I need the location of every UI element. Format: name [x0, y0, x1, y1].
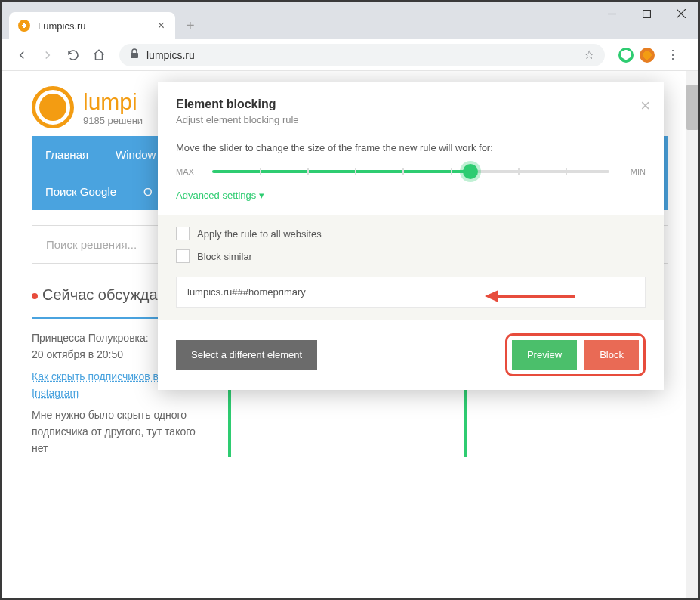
close-icon[interactable]: × — [640, 96, 650, 116]
window-controls — [594, 2, 698, 39]
modal-title: Element blocking — [176, 97, 646, 111]
advanced-settings-toggle[interactable]: Advanced settings ▾ — [176, 190, 646, 201]
back-button[interactable] — [9, 44, 35, 66]
nav-item-main[interactable]: Главная — [32, 136, 102, 173]
minimize-button[interactable] — [594, 2, 629, 26]
chevron-down-icon: ▾ — [259, 190, 264, 201]
svg-marker-9 — [485, 290, 498, 302]
new-tab-button[interactable]: + — [175, 17, 205, 39]
size-slider[interactable]: MAX MIN — [176, 167, 646, 176]
close-button[interactable] — [664, 2, 698, 26]
adguard-extension-icon[interactable] — [618, 48, 634, 63]
menu-button[interactable]: ⋮ — [661, 43, 685, 66]
checkbox[interactable] — [176, 249, 190, 263]
url-text: lumpics.ru — [146, 49, 584, 61]
highlighted-actions: Preview Block — [505, 333, 646, 376]
slider-thumb[interactable] — [463, 164, 478, 179]
scroll-thumb[interactable] — [686, 85, 698, 130]
slider-max-label: MAX — [176, 167, 202, 176]
forward-button[interactable] — [35, 44, 60, 66]
address-bar[interactable]: lumpics.ru ☆ — [119, 44, 605, 66]
scrollbar[interactable] — [686, 71, 698, 598]
slider-track[interactable] — [212, 170, 609, 173]
extensions: ⋮ — [612, 43, 691, 66]
site-logo-icon — [32, 86, 74, 128]
browser-toolbar: lumpics.ru ☆ ⋮ — [2, 39, 698, 71]
block-button[interactable]: Block — [584, 340, 639, 370]
svg-rect-0 — [643, 10, 650, 17]
site-name: lumpi — [83, 89, 143, 115]
apply-all-checkbox-row[interactable]: Apply the rule to all websites — [176, 227, 646, 240]
block-similar-checkbox-row[interactable]: Block similar — [176, 249, 646, 263]
element-blocking-modal: Element blocking Adjust element blocking… — [158, 82, 664, 390]
favicon-icon — [18, 20, 30, 32]
comment-body: Мне нужно было скрыть одного подписчика … — [32, 407, 205, 457]
nav-item-google[interactable]: Поиск Google — [32, 173, 130, 210]
checkbox[interactable] — [176, 227, 190, 240]
svg-rect-1 — [131, 53, 138, 58]
window-titlebar: Lumpics.ru × + — [2, 2, 698, 39]
red-dot-icon — [32, 293, 38, 299]
page-viewport: lumpi 9185 решени Главная Window Поиск G… — [2, 71, 698, 598]
advanced-label: Advanced settings — [176, 190, 256, 201]
reload-button[interactable] — [60, 44, 86, 66]
site-tagline: 9185 решени — [83, 115, 143, 126]
extension-icon[interactable] — [640, 48, 655, 63]
select-different-button[interactable]: Select a different element — [176, 340, 317, 370]
lock-icon — [130, 48, 139, 62]
browser-tab[interactable]: Lumpics.ru × — [9, 12, 175, 39]
modal-footer: Select a different element Preview Block — [158, 320, 664, 390]
maximize-button[interactable] — [629, 2, 664, 26]
preview-button[interactable]: Preview — [512, 340, 577, 370]
bookmark-star-icon[interactable]: ☆ — [584, 48, 594, 62]
tab-title: Lumpics.ru — [38, 20, 155, 32]
slider-min-label: MIN — [620, 167, 646, 176]
advanced-panel: Apply the rule to all websites Block sim… — [158, 215, 664, 320]
tab-close-icon[interactable]: × — [155, 17, 168, 34]
slider-instruction: Move the slider to change the size of th… — [176, 142, 646, 153]
annotation-arrow-icon — [485, 287, 575, 308]
sidebar-title-text: Сейчас обсуждаем — [42, 286, 176, 303]
apply-all-label: Apply the rule to all websites — [197, 228, 322, 240]
modal-subtitle: Adjust element blocking rule — [176, 114, 646, 125]
block-similar-label: Block similar — [197, 251, 252, 262]
home-button[interactable] — [86, 44, 112, 66]
